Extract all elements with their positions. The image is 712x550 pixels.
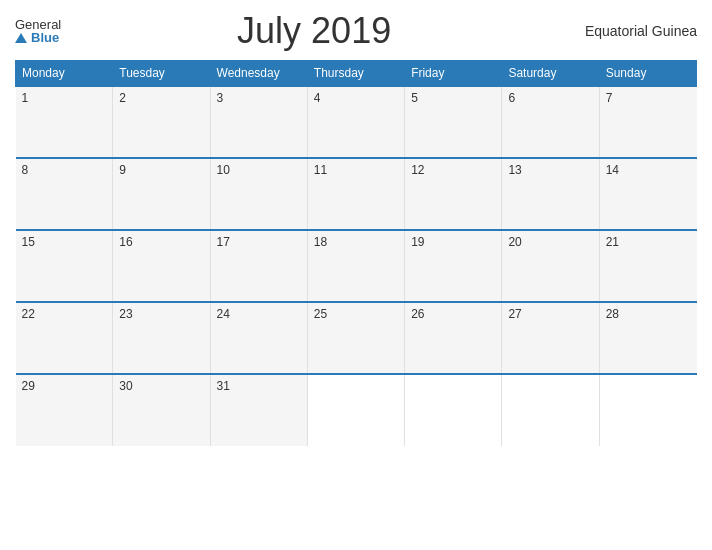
calendar-week-row: 891011121314: [16, 158, 697, 230]
calendar-day-cell: 23: [113, 302, 210, 374]
calendar-day-cell: 13: [502, 158, 599, 230]
calendar-day-cell: 11: [307, 158, 404, 230]
country-label: Equatorial Guinea: [567, 23, 697, 39]
day-number: 1: [22, 91, 29, 105]
header-sunday: Sunday: [599, 61, 696, 87]
calendar-day-cell: [307, 374, 404, 446]
day-number: 13: [508, 163, 521, 177]
calendar-day-cell: [502, 374, 599, 446]
calendar-day-cell: 28: [599, 302, 696, 374]
day-number: 19: [411, 235, 424, 249]
calendar-day-cell: 14: [599, 158, 696, 230]
day-number: 20: [508, 235, 521, 249]
header-wednesday: Wednesday: [210, 61, 307, 87]
day-number: 28: [606, 307, 619, 321]
calendar-day-cell: 18: [307, 230, 404, 302]
calendar-day-cell: 10: [210, 158, 307, 230]
calendar-day-cell: 12: [405, 158, 502, 230]
day-number: 24: [217, 307, 230, 321]
header-saturday: Saturday: [502, 61, 599, 87]
day-number: 5: [411, 91, 418, 105]
header-monday: Monday: [16, 61, 113, 87]
logo-triangle-icon: [15, 33, 27, 43]
day-number: 21: [606, 235, 619, 249]
day-number: 31: [217, 379, 230, 393]
day-number: 11: [314, 163, 327, 177]
calendar-day-cell: 21: [599, 230, 696, 302]
calendar-day-cell: 20: [502, 230, 599, 302]
calendar-day-cell: 15: [16, 230, 113, 302]
header-thursday: Thursday: [307, 61, 404, 87]
logo: General Blue: [15, 18, 61, 44]
calendar-day-cell: [599, 374, 696, 446]
day-number: 4: [314, 91, 321, 105]
calendar-day-cell: 25: [307, 302, 404, 374]
calendar-day-cell: 7: [599, 86, 696, 158]
calendar-container: General Blue July 2019 Equatorial Guinea…: [0, 0, 712, 550]
calendar-day-cell: 17: [210, 230, 307, 302]
day-number: 22: [22, 307, 35, 321]
calendar-week-row: 15161718192021: [16, 230, 697, 302]
day-number: 25: [314, 307, 327, 321]
day-number: 14: [606, 163, 619, 177]
calendar-day-cell: 16: [113, 230, 210, 302]
calendar-week-row: 1234567: [16, 86, 697, 158]
calendar-day-cell: 27: [502, 302, 599, 374]
day-number: 7: [606, 91, 613, 105]
day-number: 30: [119, 379, 132, 393]
calendar-table: Monday Tuesday Wednesday Thursday Friday…: [15, 60, 697, 446]
day-number: 18: [314, 235, 327, 249]
calendar-header: General Blue July 2019 Equatorial Guinea: [15, 10, 697, 52]
day-number: 26: [411, 307, 424, 321]
day-number: 10: [217, 163, 230, 177]
calendar-day-cell: 24: [210, 302, 307, 374]
calendar-day-cell: 31: [210, 374, 307, 446]
calendar-day-cell: 26: [405, 302, 502, 374]
day-number: 9: [119, 163, 126, 177]
header-tuesday: Tuesday: [113, 61, 210, 87]
calendar-day-cell: 9: [113, 158, 210, 230]
days-header-row: Monday Tuesday Wednesday Thursday Friday…: [16, 61, 697, 87]
calendar-day-cell: 19: [405, 230, 502, 302]
day-number: 3: [217, 91, 224, 105]
day-number: 8: [22, 163, 29, 177]
calendar-day-cell: 3: [210, 86, 307, 158]
logo-blue-text: Blue: [15, 31, 59, 44]
day-number: 15: [22, 235, 35, 249]
calendar-day-cell: 30: [113, 374, 210, 446]
day-number: 17: [217, 235, 230, 249]
header-friday: Friday: [405, 61, 502, 87]
day-number: 16: [119, 235, 132, 249]
day-number: 6: [508, 91, 515, 105]
calendar-day-cell: 22: [16, 302, 113, 374]
calendar-day-cell: 8: [16, 158, 113, 230]
day-number: 12: [411, 163, 424, 177]
day-number: 2: [119, 91, 126, 105]
calendar-day-cell: 5: [405, 86, 502, 158]
day-number: 29: [22, 379, 35, 393]
calendar-week-row: 22232425262728: [16, 302, 697, 374]
calendar-week-row: 293031: [16, 374, 697, 446]
calendar-day-cell: 6: [502, 86, 599, 158]
calendar-day-cell: 2: [113, 86, 210, 158]
calendar-day-cell: 4: [307, 86, 404, 158]
month-title: July 2019: [61, 10, 567, 52]
calendar-day-cell: [405, 374, 502, 446]
day-number: 27: [508, 307, 521, 321]
calendar-day-cell: 29: [16, 374, 113, 446]
day-number: 23: [119, 307, 132, 321]
calendar-day-cell: 1: [16, 86, 113, 158]
